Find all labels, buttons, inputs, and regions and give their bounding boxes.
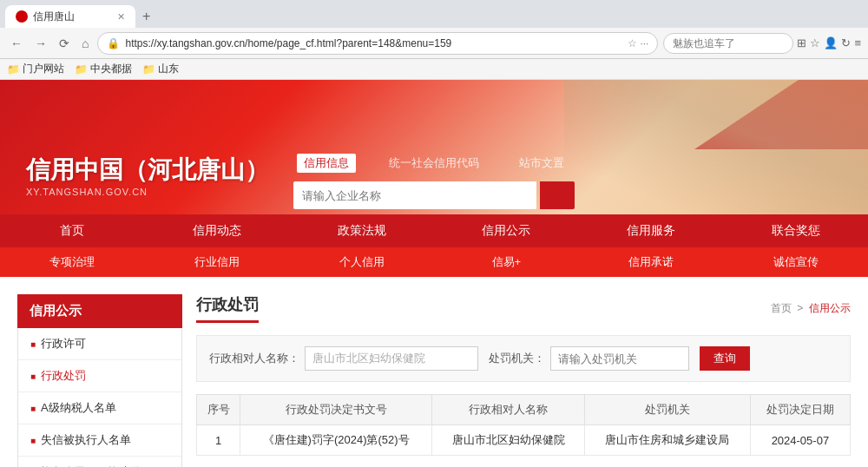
- table-row: 1 《唐住建)罚字(2024)第(52)号 唐山市北区妇幼保健院 唐山市住房和城…: [197, 425, 851, 456]
- form-group-party: 行政相对人名称：: [209, 346, 478, 371]
- new-tab-btn[interactable]: +: [135, 9, 157, 24]
- sidebar-item-dishonest[interactable]: ■ 失信被执行人名单: [18, 424, 181, 457]
- breadcrumb-home[interactable]: 首页: [771, 302, 792, 314]
- bookmark-label: 门户网站: [23, 62, 64, 76]
- header-tab-code[interactable]: 统一社会信用代码: [382, 154, 486, 173]
- header-search-input[interactable]: [293, 181, 536, 209]
- tab-bar: 信用唐山 ✕ +: [0, 0, 868, 28]
- back-btn[interactable]: ←: [7, 35, 26, 52]
- bullet-icon: ■: [30, 339, 36, 349]
- bookmark-central[interactable]: 📁 中央都据: [75, 62, 132, 76]
- cell-date: 2024-05-07: [750, 425, 850, 456]
- main-content: 信用公示 ■ 行政许可 ■ 行政处罚 ■ A级纳税人名单 ■ 失信被执行人名单: [0, 277, 868, 467]
- cell-doc-number[interactable]: 《唐住建)罚字(2024)第(52)号: [240, 425, 432, 456]
- data-table: 序号 行政处罚决定书文号 行政相对人名称 处罚机关 处罚决定日期 1 《唐住建)…: [196, 394, 851, 456]
- authority-input[interactable]: [550, 346, 689, 371]
- page: 信用中国（河北唐山） XY.TANGSHAN.GOV.CN 信用信息 统一社会信…: [0, 80, 868, 467]
- browser-search-input[interactable]: [663, 33, 793, 54]
- ssl-icon: 🔒: [107, 37, 120, 49]
- nav-news[interactable]: 信用动态: [145, 214, 290, 247]
- header-search-button[interactable]: [540, 181, 575, 209]
- active-tab[interactable]: 信用唐山 ✕: [5, 5, 135, 28]
- subnav-pledge[interactable]: 信用承诺: [579, 247, 724, 277]
- sidebar-item-penalty[interactable]: ■ 行政处罚: [18, 360, 181, 392]
- browser-toolbar: ← → ⟳ ⌂ 🔒 https://xy.tangshan.gov.cn/hom…: [0, 28, 868, 59]
- content-header: 行政处罚 首页 > 信用公示: [196, 294, 851, 323]
- table-header-row: 序号 行政处罚决定书文号 行政相对人名称 处罚机关 处罚决定日期: [197, 395, 851, 425]
- sidebar-menu: ■ 行政许可 ■ 行政处罚 ■ A级纳税人名单 ■ 失信被执行人名单 ■ 拖: [17, 328, 182, 467]
- sidebar-label-taxpayer: A级纳税人名单: [41, 400, 116, 416]
- tab-close-btn[interactable]: ✕: [117, 11, 125, 23]
- site-header: 信用中国（河北唐山） XY.TANGSHAN.GOV.CN 信用信息 统一社会信…: [0, 80, 868, 214]
- sidebar-item-taxpayer[interactable]: ■ A级纳税人名单: [18, 392, 181, 424]
- address-icons: ☆ ···: [628, 37, 648, 49]
- logo-cn: 信用中国（河北唐山）: [26, 154, 269, 187]
- cell-authority: 唐山市住房和城乡建设局: [584, 425, 750, 456]
- form-label-party: 行政相对人名称：: [209, 351, 299, 366]
- tab-title: 信用唐山: [33, 10, 75, 24]
- bullet-icon3: ■: [30, 404, 36, 413]
- grid-icon[interactable]: ⊞: [797, 36, 806, 49]
- breadcrumb-current: 信用公示: [809, 302, 851, 314]
- sidebar-title: 信用公示: [17, 294, 182, 328]
- sidebar-label-permit: 行政许可: [41, 336, 86, 352]
- bookmark-icon: 📁: [7, 63, 20, 76]
- sidebar-label-penalty: 行政处罚: [41, 368, 86, 384]
- sidebar-label-dishonest: 失信被执行人名单: [41, 432, 131, 448]
- header-tab-credit[interactable]: 信用信息: [297, 154, 356, 173]
- url-text: https://xy.tangshan.gov.cn/home/page_cf.…: [125, 37, 622, 49]
- subnav-special[interactable]: 专项治理: [0, 247, 145, 277]
- tab-favicon: [16, 10, 28, 23]
- header-tab-station[interactable]: 站市文置: [512, 154, 571, 173]
- sub-navigation: 专项治理 行业信用 个人信用 信易+ 信用承诺 诚信宣传: [0, 247, 868, 277]
- nav-service[interactable]: 信用服务: [579, 214, 724, 247]
- bookmarks-bar: 📁 门户网站 📁 中央都据 📁 山东: [0, 59, 868, 80]
- content-area: 行政处罚 首页 > 信用公示 行政相对人名称： 处罚机关： 查询: [196, 294, 851, 467]
- user-icon[interactable]: 👤: [824, 36, 838, 49]
- nav-joint[interactable]: 联合奖惩: [723, 214, 868, 247]
- bookmark-label2: 中央都据: [90, 62, 132, 76]
- col-party-name: 行政相对人名称: [432, 395, 585, 425]
- extension-icons: ⊞ ☆ 👤 ↻ ≡: [797, 36, 861, 49]
- forward-btn[interactable]: →: [31, 35, 50, 52]
- cell-party-name: 唐山市北区妇幼保健院: [432, 425, 585, 456]
- bullet-icon2: ■: [30, 372, 36, 381]
- cell-index: 1: [197, 425, 240, 456]
- subnav-industry[interactable]: 行业信用: [145, 247, 290, 277]
- form-label-authority: 处罚机关：: [489, 351, 545, 366]
- page-title: 行政处罚: [196, 294, 259, 323]
- main-navigation: 首页 信用动态 政策法规 信用公示 信用服务 联合奖惩: [0, 214, 868, 247]
- col-doc-number: 行政处罚决定书文号: [240, 395, 432, 425]
- bullet-icon4: ■: [30, 436, 36, 445]
- search-form: 行政相对人名称： 处罚机关： 查询: [196, 335, 851, 382]
- search-button[interactable]: 查询: [700, 346, 750, 371]
- logo-en: XY.TANGSHAN.GOV.CN: [26, 187, 269, 197]
- bookmark-shandong[interactable]: 📁 山东: [142, 62, 179, 76]
- site-logo: 信用中国（河北唐山） XY.TANGSHAN.GOV.CN: [26, 154, 269, 197]
- address-bar[interactable]: 🔒 https://xy.tangshan.gov.cn/home/page_c…: [97, 32, 658, 55]
- nav-disclosure[interactable]: 信用公示: [434, 214, 579, 247]
- subnav-honest[interactable]: 诚信宣传: [723, 247, 868, 277]
- form-group-authority: 处罚机关：: [489, 346, 689, 371]
- home-btn[interactable]: ⌂: [78, 35, 92, 52]
- breadcrumb: 首页 > 信用公示: [771, 301, 851, 316]
- sidebar-item-permit[interactable]: ■ 行政许可: [18, 328, 181, 360]
- col-date: 处罚决定日期: [750, 395, 850, 425]
- reload-btn[interactable]: ⟳: [56, 35, 73, 52]
- nav-policy[interactable]: 政策法规: [289, 214, 434, 247]
- col-authority: 处罚机关: [584, 395, 750, 425]
- subnav-easy[interactable]: 信易+: [434, 247, 579, 277]
- refresh-icon[interactable]: ↻: [841, 36, 851, 49]
- bookmark-label3: 山东: [158, 62, 179, 76]
- subnav-personal[interactable]: 个人信用: [289, 247, 434, 277]
- sidebar-item-wage[interactable]: ■ 拖欠农民工工资失信...: [18, 457, 181, 467]
- bookmark-portal[interactable]: 📁 门户网站: [7, 62, 64, 76]
- star-icon[interactable]: ☆: [810, 36, 820, 49]
- party-name-input[interactable]: [305, 346, 478, 371]
- menu-icon[interactable]: ≡: [854, 36, 861, 49]
- bookmark-icon2: 📁: [75, 63, 88, 76]
- nav-home[interactable]: 首页: [0, 214, 145, 247]
- browser-chrome: 信用唐山 ✕ + ← → ⟳ ⌂ 🔒 https://xy.tangshan.g…: [0, 0, 868, 80]
- col-index: 序号: [197, 395, 240, 425]
- toolbar-right: ⊞ ☆ 👤 ↻ ≡: [663, 33, 861, 54]
